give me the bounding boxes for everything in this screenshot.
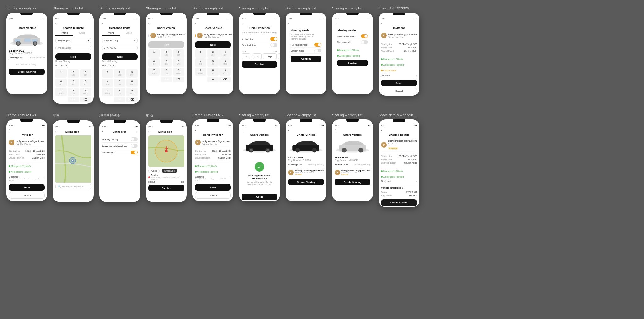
create-btn-17[interactable]: Create Sharing bbox=[335, 179, 370, 185]
map-view-11[interactable] bbox=[55, 135, 91, 183]
frame-label-12: 地理围栏列表 bbox=[99, 113, 140, 118]
cancel-btn-10[interactable]: Cancel bbox=[9, 192, 45, 199]
next-btn-2[interactable]: Next bbox=[55, 53, 91, 60]
cancel-sharing-btn-18[interactable]: Cancel Sharing bbox=[381, 199, 417, 206]
start-min[interactable] bbox=[253, 53, 262, 59]
country-dropdown-2[interactable]: Belgium (+32) ▾ bbox=[55, 38, 91, 43]
confirm-btn-7[interactable]: Confirm bbox=[291, 56, 321, 62]
geo-item-2[interactable]: Leave the neighborhood bbox=[102, 143, 138, 149]
svg-point-29 bbox=[358, 148, 363, 152]
back-btn-17[interactable]: ‹ bbox=[335, 129, 370, 132]
start-year[interactable] bbox=[278, 53, 280, 59]
tabs-2: Phone Email bbox=[55, 31, 91, 36]
cancel-btn-14[interactable]: Cancel bbox=[195, 192, 231, 199]
tab-email-2[interactable]: Email bbox=[73, 31, 91, 36]
start-hour[interactable] bbox=[242, 53, 250, 59]
phone-input-2[interactable] bbox=[55, 46, 91, 50]
title-2: Search to Invite bbox=[55, 26, 91, 30]
create-sharing-btn-1[interactable]: Create Sharing bbox=[9, 69, 45, 75]
back-btn-7[interactable]: ‹ bbox=[288, 22, 324, 25]
avatar-4: E bbox=[150, 33, 156, 38]
back-btn-1[interactable]: ‹ bbox=[9, 22, 45, 25]
success-15: ✓ Sharing invite sent successfully Shari… bbox=[242, 156, 277, 192]
title-10: Invite for bbox=[9, 133, 45, 136]
send-btn-9[interactable]: Send bbox=[381, 80, 417, 86]
cancel-btn-9[interactable]: Cancel bbox=[381, 88, 417, 94]
back-btn-4[interactable]: ‹ bbox=[148, 22, 184, 25]
drag-chip[interactable]: Draggable bbox=[162, 169, 177, 173]
confirm-btn-8[interactable]: Confirm bbox=[337, 60, 368, 66]
search-bar-11[interactable]: 🔍 Search the destination bbox=[55, 184, 91, 189]
geofence-14[interactable]: Geofence from 200.0 (Lower Key, annex 20… bbox=[195, 175, 231, 182]
drag-map-13[interactable] bbox=[148, 135, 184, 167]
geo-toggle-3[interactable] bbox=[131, 151, 138, 154]
avatar-16: E bbox=[288, 170, 294, 175]
back-btn-2[interactable]: ‹ bbox=[55, 22, 91, 25]
time-limit-row: Time limitation bbox=[242, 42, 277, 48]
add-icon-12[interactable]: + bbox=[136, 130, 138, 134]
close-chip[interactable]: Close bbox=[148, 169, 160, 173]
create-btn-16[interactable]: Create Sharing bbox=[288, 179, 324, 185]
back-btn-18[interactable]: ‹ bbox=[381, 129, 417, 132]
back-btn-8[interactable]: ‹ bbox=[335, 22, 370, 25]
screen-14: ‹ Send Invite for E emily.johanson@gmail… bbox=[192, 127, 233, 201]
status-2: 9:41 ▪▪▪ bbox=[53, 16, 94, 20]
back-btn-12[interactable]: ‹ bbox=[102, 129, 103, 133]
geofence-10[interactable]: Geofence Add limitation to where the car… bbox=[9, 175, 45, 182]
send-btn-10[interactable]: Send bbox=[9, 184, 45, 191]
back-btn-14[interactable]: ‹ bbox=[195, 129, 231, 132]
tab-phone-2[interactable]: Phone bbox=[55, 31, 73, 36]
radio-5[interactable] bbox=[195, 34, 196, 37]
radio-4[interactable] bbox=[148, 34, 149, 37]
back-btn-15[interactable]: ‹ bbox=[242, 129, 277, 132]
full-toggle-8[interactable] bbox=[361, 34, 368, 38]
success-icon-15: ✓ bbox=[255, 162, 264, 172]
caution-toggle-7[interactable] bbox=[314, 49, 321, 52]
start-month[interactable] bbox=[263, 53, 277, 59]
back-btn-13[interactable]: ‹ bbox=[148, 129, 149, 133]
back-btn-5[interactable]: ‹ bbox=[195, 22, 231, 25]
no-limit-toggle[interactable] bbox=[270, 37, 277, 41]
full-toggle-7[interactable] bbox=[314, 43, 321, 47]
caution-mode-row-8: Caution mode bbox=[337, 39, 368, 45]
back-btn-10[interactable]: ‹ bbox=[9, 129, 45, 132]
contact-item-5: E emily.johanson@gmail.com +32 077 7777 … bbox=[195, 31, 231, 40]
next-btn-3[interactable]: Next bbox=[102, 53, 138, 60]
geo-toggle-2[interactable] bbox=[131, 144, 138, 148]
back-btn-3[interactable]: ‹ bbox=[102, 22, 138, 25]
title-15: Share Vehicle bbox=[242, 133, 277, 136]
screen-5: ‹ Share Vehicle E emily.johanson@gmail.c… bbox=[192, 20, 233, 94]
time-limit-toggle[interactable] bbox=[270, 43, 277, 47]
send-btn-14[interactable]: Send bbox=[195, 184, 231, 191]
tab-email-3[interactable]: Email bbox=[120, 31, 138, 36]
back-btn-9[interactable]: ‹ bbox=[381, 22, 417, 25]
frame-label-8: Sharing – empty list bbox=[332, 6, 373, 10]
sharing-item-17[interactable]: E emily.johanson@gmail.com Start: 6-6-20… bbox=[335, 168, 370, 177]
recent-item-3[interactable]: +46011213 bbox=[102, 63, 138, 68]
screen-6: ‹ Time Limitation Set a time limitation … bbox=[239, 20, 280, 94]
next-btn-5[interactable]: Next bbox=[195, 41, 231, 48]
geofence-18[interactable]: Geofence › bbox=[381, 179, 417, 184]
car-17 bbox=[335, 138, 370, 155]
sharing-item-16[interactable]: E emily.johanson@gmail.com Start: 6-6-20… bbox=[288, 168, 324, 177]
back-btn-16[interactable]: ‹ bbox=[288, 129, 324, 132]
next-btn-4[interactable]: Next bbox=[148, 41, 184, 48]
country-dropdown-3[interactable]: Belgium (+32) ▾ bbox=[102, 38, 138, 43]
geo-item-1[interactable]: Leaving the city bbox=[102, 136, 138, 143]
back-btn-11[interactable]: ‹ bbox=[55, 129, 56, 133]
geo-item-3[interactable]: Geofencing bbox=[102, 149, 138, 156]
got-it-btn-15[interactable]: Got It bbox=[242, 194, 277, 200]
recent-item-2[interactable]: +46711213 bbox=[55, 63, 91, 68]
avatar-17: E bbox=[335, 170, 340, 175]
ending-time-9: Ending time Unlimited bbox=[381, 46, 417, 49]
confirm-btn-13[interactable]: Confirm bbox=[148, 185, 184, 191]
confirm-btn-6[interactable]: Confirm bbox=[242, 61, 277, 68]
frame-label-18: Share details – pendin... bbox=[379, 113, 419, 117]
back-btn-6[interactable]: ‹ bbox=[242, 22, 277, 25]
caution-toggle-8[interactable] bbox=[361, 40, 368, 44]
geofence-9[interactable]: Geofence › bbox=[381, 74, 417, 78]
geo-toggle-1[interactable] bbox=[131, 137, 138, 141]
tab-phone-3[interactable]: Phone bbox=[102, 31, 120, 36]
phone-input-3[interactable] bbox=[102, 46, 138, 50]
status-11: 9:41 ▪▪▪ bbox=[53, 124, 94, 128]
